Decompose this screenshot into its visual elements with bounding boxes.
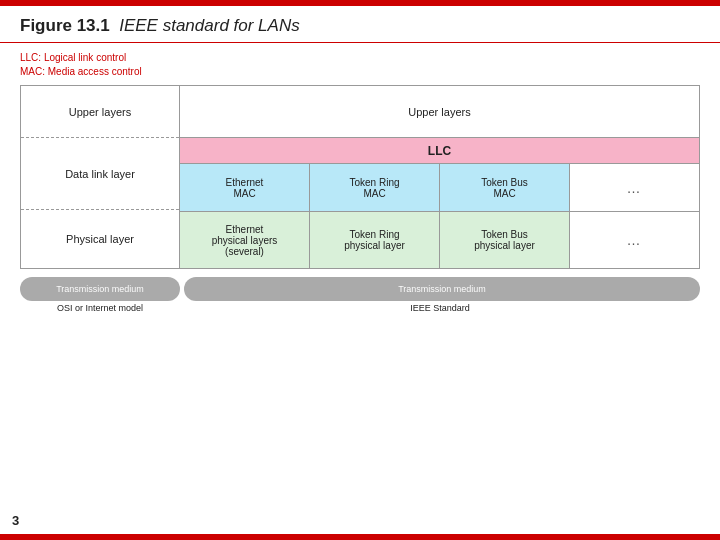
- llc-label: LLC: [428, 144, 451, 158]
- main-content: LLC: Logical link control MAC: Media acc…: [0, 43, 720, 317]
- tm-ieee-cylinder: Transmission medium: [184, 277, 700, 301]
- transmission-medium-row: Transmission medium Transmission medium: [20, 273, 700, 301]
- ieee-column: Upper layers LLC EthernetMAC Token RingM…: [180, 85, 700, 269]
- osi-upper-label: Upper layers: [69, 106, 131, 118]
- figure-number: Figure 13.1: [20, 16, 110, 35]
- ieee-llc-row: LLC: [180, 138, 699, 164]
- tm-osi-cylinder: Transmission medium: [20, 277, 180, 301]
- osi-datalink-label: Data link layer: [65, 168, 135, 180]
- ieee-upper-layers: Upper layers: [180, 86, 699, 138]
- ieee-upper-label: Upper layers: [408, 106, 470, 118]
- ieee-phy-row: Ethernetphysical layers(several) Token R…: [180, 212, 699, 268]
- token-ring-phy-cell: Token Ringphysical layer: [310, 212, 440, 268]
- token-bus-phy-cell: Token Busphysical layer: [440, 212, 570, 268]
- legend: LLC: Logical link control MAC: Media acc…: [20, 51, 700, 79]
- osi-physical-layer: Physical layer: [21, 210, 179, 268]
- token-ring-mac-cell: Token RingMAC: [310, 164, 440, 211]
- legend-llc: LLC: Logical link control: [20, 51, 700, 65]
- header: Figure 13.1 IEEE standard for LANs: [0, 6, 720, 43]
- figure-caption: IEEE standard for LANs: [119, 16, 299, 35]
- tm-ieee-wrap: Transmission medium: [184, 273, 700, 301]
- ieee-bottom-label: IEEE Standard: [180, 303, 700, 313]
- mac-ellipsis-cell: …: [570, 164, 699, 211]
- tm-ieee-label: Transmission medium: [398, 284, 486, 294]
- figure-title: Figure 13.1 IEEE standard for LANs: [20, 16, 700, 36]
- page-number: 3: [12, 513, 19, 528]
- tm-osi-label: Transmission medium: [56, 284, 144, 294]
- ieee-mac-row: EthernetMAC Token RingMAC Token BusMAC …: [180, 164, 699, 212]
- osi-physical-label: Physical layer: [66, 233, 134, 245]
- tm-osi-wrap: Transmission medium: [20, 273, 180, 301]
- legend-mac: MAC: Media access control: [20, 65, 700, 79]
- osi-upper-layers: Upper layers: [21, 86, 179, 138]
- bottom-labels-row: OSI or Internet model IEEE Standard: [20, 303, 700, 313]
- diagram: Upper layers Data link layer Physical la…: [20, 85, 700, 269]
- osi-datalink-layer: Data link layer: [21, 138, 179, 210]
- osi-bottom-label: OSI or Internet model: [20, 303, 180, 313]
- osi-column: Upper layers Data link layer Physical la…: [20, 85, 180, 269]
- bottom-border: [0, 534, 720, 540]
- ethernet-mac-cell: EthernetMAC: [180, 164, 310, 211]
- token-bus-mac-cell: Token BusMAC: [440, 164, 570, 211]
- ethernet-phy-cell: Ethernetphysical layers(several): [180, 212, 310, 268]
- phy-ellipsis-cell: …: [570, 212, 699, 268]
